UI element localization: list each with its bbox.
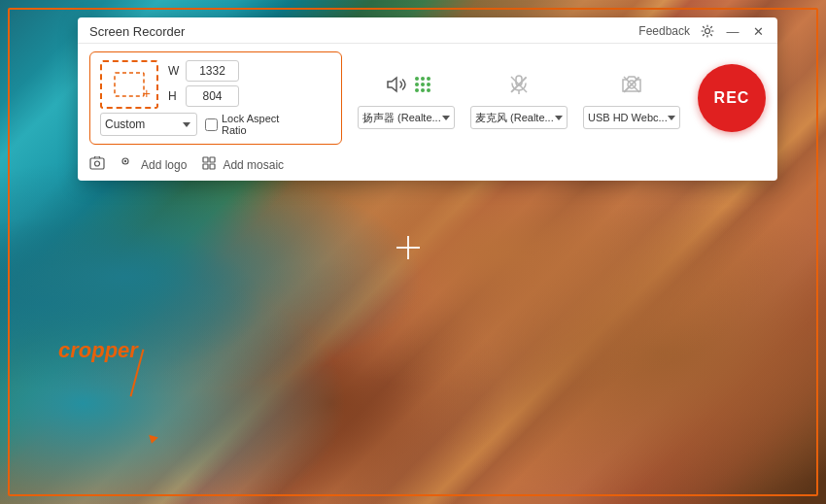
- camera-icon-row: [616, 67, 647, 102]
- speaker-icon-row: [382, 67, 430, 102]
- speaker-icon[interactable]: [382, 69, 413, 100]
- add-mosaic-button[interactable]: Add mosaic: [202, 156, 284, 173]
- rec-label: REC: [714, 89, 750, 107]
- mic-icon[interactable]: [503, 69, 534, 100]
- crop-frame-icon: [100, 60, 158, 109]
- svg-point-10: [124, 160, 126, 162]
- move-crosshair: [396, 236, 420, 259]
- svg-rect-14: [210, 164, 215, 169]
- svg-point-0: [706, 29, 710, 34]
- add-logo-label: Add logo: [141, 158, 187, 172]
- settings-icon[interactable]: [700, 23, 715, 39]
- svg-rect-12: [210, 157, 215, 162]
- width-label: W: [168, 64, 180, 78]
- height-row: H: [168, 85, 239, 107]
- cropper-label-text: cropper: [58, 338, 138, 363]
- camera-icon[interactable]: [616, 69, 647, 100]
- speaker-group: 扬声器 (Realte...: [358, 67, 455, 129]
- svg-rect-13: [203, 164, 208, 169]
- mic-icon-row: [503, 67, 534, 102]
- close-button[interactable]: ✕: [750, 23, 766, 39]
- media-icons-container: 扬声器 (Realte... 麦克风 (Real: [358, 67, 682, 129]
- svg-line-6: [624, 77, 639, 92]
- crop-top: W H: [100, 60, 331, 109]
- crop-bottom: Custom 1920x1080 1280x720 640x480 Lock A…: [100, 113, 331, 136]
- lock-ratio-text: Lock AspectRatio: [222, 113, 279, 136]
- lock-ratio-label: Lock AspectRatio: [205, 113, 279, 136]
- svg-rect-7: [90, 158, 104, 169]
- svg-rect-2: [516, 76, 522, 85]
- width-input[interactable]: [186, 60, 239, 82]
- camera-group: USB HD Webc...: [583, 67, 680, 129]
- dimensions-container: W H: [168, 60, 239, 107]
- feedback-link[interactable]: Feedback: [638, 24, 690, 38]
- mic-group: 麦克风 (Realte...: [470, 67, 568, 129]
- speaker-select[interactable]: 扬声器 (Realte...: [358, 106, 455, 129]
- minimize-button[interactable]: —: [725, 23, 740, 39]
- height-label: H: [168, 89, 180, 103]
- titlebar: Screen Recorder Feedback — ✕: [78, 17, 777, 44]
- svg-rect-1: [115, 73, 144, 96]
- panel-title: Screen Recorder: [89, 24, 185, 39]
- preset-select[interactable]: Custom 1920x1080 1280x720 640x480: [100, 113, 197, 136]
- add-logo-button[interactable]: Add logo: [120, 156, 187, 173]
- panel-toolbar: Add logo Add mosaic: [78, 152, 777, 181]
- logo-icon: [120, 156, 136, 173]
- width-row: W: [168, 60, 239, 82]
- mic-select[interactable]: 麦克风 (Realte...: [470, 106, 568, 129]
- recorder-panel: Screen Recorder Feedback — ✕: [78, 17, 777, 181]
- panel-body: W H Custom 1920x1080 1280x720 640x480: [78, 44, 777, 152]
- cropper-annotation: cropper: [58, 338, 138, 363]
- mosaic-icon: [202, 156, 218, 173]
- lock-ratio-checkbox[interactable]: [205, 118, 218, 131]
- camera-select[interactable]: USB HD Webc...: [583, 106, 680, 129]
- svg-point-8: [95, 161, 100, 166]
- titlebar-controls: Feedback — ✕: [638, 23, 766, 39]
- rec-button[interactable]: REC: [698, 64, 766, 132]
- screenshot-button[interactable]: [89, 156, 105, 173]
- crop-section: W H Custom 1920x1080 1280x720 640x480: [89, 51, 342, 145]
- add-mosaic-label: Add mosaic: [223, 158, 284, 172]
- svg-rect-11: [203, 157, 208, 162]
- height-input[interactable]: [186, 85, 239, 107]
- screenshot-icon: [89, 156, 105, 173]
- speaker-dots: [415, 77, 430, 92]
